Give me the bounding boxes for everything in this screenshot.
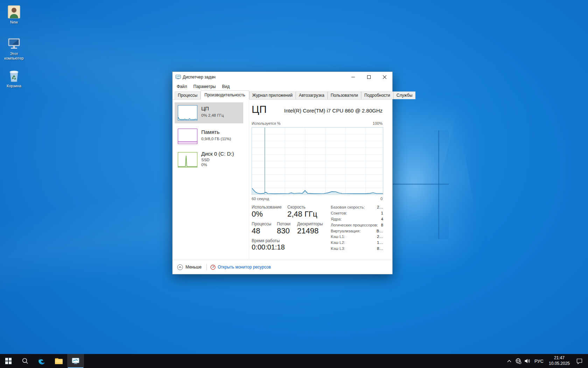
chevron-up-icon bbox=[507, 359, 512, 363]
footer-bar: Меньше Открыть монитор ресурсов bbox=[173, 260, 392, 274]
title-bar[interactable]: Диспетчер задач bbox=[173, 72, 392, 82]
search-button[interactable] bbox=[17, 354, 34, 368]
tab-startup[interactable]: Автозагрузка bbox=[296, 91, 328, 99]
cpu-detail-panel: ЦП Intel(R) Core(TM) i7 CPU 860 @ 2.80GH… bbox=[249, 100, 392, 260]
spec-row: Кэш L1:2… bbox=[331, 234, 383, 240]
usage-label: Использование bbox=[252, 205, 282, 210]
sidebar-item-memory[interactable]: Память 0,9/8,0 ГБ (11%) bbox=[175, 126, 243, 147]
user-picture-icon bbox=[7, 5, 21, 19]
sidebar-disk-subtitle2: 0% bbox=[201, 163, 207, 167]
system-tray: РУС 21:47 10.05.2025 bbox=[505, 354, 588, 368]
tray-volume-button[interactable] bbox=[523, 354, 532, 368]
handles-value: 21498 bbox=[297, 226, 318, 236]
cpu-usage-graph bbox=[252, 127, 383, 195]
menu-file[interactable]: Файл bbox=[174, 83, 190, 90]
computer-icon bbox=[7, 36, 21, 50]
processes-value: 48 bbox=[252, 226, 260, 236]
action-center-button[interactable] bbox=[573, 354, 586, 368]
resource-monitor-link: Открыть монитор ресурсов bbox=[218, 265, 271, 270]
sidebar-disk-subtitle: SSD bbox=[201, 158, 210, 162]
uptime-label: Время работы bbox=[252, 238, 280, 243]
desktop-icon-label: Этот компьютер bbox=[1, 52, 27, 61]
base-speed-label: Базовая скорость: bbox=[331, 205, 365, 209]
desktop-icon-new[interactable]: New bbox=[1, 5, 27, 25]
fewer-details-button[interactable]: Меньше bbox=[177, 264, 202, 270]
file-explorer-button[interactable] bbox=[50, 354, 67, 368]
tray-date: 10.05.2025 bbox=[547, 361, 572, 367]
cache-l3-label: Кэш L3: bbox=[331, 246, 345, 251]
sidebar-item-disk0[interactable]: Диск 0 (C: D:) SSD 0% bbox=[175, 149, 243, 170]
spec-row: Сокетов:1 bbox=[331, 211, 383, 217]
chevron-up-circle-icon bbox=[177, 264, 183, 270]
task-manager-taskbar-button[interactable] bbox=[67, 354, 84, 368]
uptime-value: 0:00:01:18 bbox=[252, 243, 285, 251]
fewer-details-label: Меньше bbox=[186, 265, 202, 270]
performance-sidebar: ЦП 0% 2,48 ГГц Память 0,9/8,0 ГБ (11%) Д… bbox=[175, 102, 247, 173]
spec-row: Базовая скорость:2… bbox=[331, 205, 383, 211]
minimize-button[interactable] bbox=[345, 72, 361, 82]
processes-label: Процессы bbox=[252, 222, 271, 226]
action-center-icon bbox=[576, 358, 583, 364]
tab-app-history[interactable]: Журнал приложений bbox=[249, 91, 296, 99]
menu-options[interactable]: Параметры bbox=[190, 83, 219, 90]
search-icon bbox=[22, 357, 29, 364]
sockets-label: Сокетов: bbox=[331, 211, 347, 215]
edge-button[interactable] bbox=[34, 354, 50, 368]
edge-icon bbox=[38, 357, 46, 365]
cpu-specs: Базовая скорость:2… Сокетов:1 Ядра:4 Лог… bbox=[331, 205, 383, 252]
cpu-heading: ЦП bbox=[252, 104, 267, 115]
virtualization-value: В… bbox=[377, 229, 383, 233]
maximize-icon bbox=[367, 75, 371, 79]
folder-icon bbox=[55, 358, 63, 364]
start-button[interactable] bbox=[0, 354, 17, 368]
logical-processors-label: Логических процессоров: bbox=[331, 223, 378, 227]
tray-chevron-button[interactable] bbox=[505, 354, 514, 368]
tab-users[interactable]: Пользователи bbox=[328, 91, 361, 99]
desktop-icon-label: Корзина bbox=[1, 84, 27, 88]
menu-view[interactable]: Вид bbox=[219, 83, 233, 90]
tab-performance[interactable]: Производительность bbox=[201, 90, 249, 100]
window-title: Диспетчер задач bbox=[183, 75, 216, 80]
minimize-icon bbox=[351, 75, 355, 79]
spec-row: Ядра:4 bbox=[331, 217, 383, 223]
desktop-icon-recycle-bin[interactable]: Корзина bbox=[1, 69, 27, 88]
sidebar-memory-title: Память bbox=[201, 129, 219, 135]
sidebar-cpu-subtitle: 0% 2,48 ГГц bbox=[201, 113, 224, 117]
tab-processes[interactable]: Процессы bbox=[175, 91, 201, 99]
tray-network-button[interactable] bbox=[514, 354, 523, 368]
memory-thumbnail-graph bbox=[178, 129, 197, 144]
task-manager-icon bbox=[175, 74, 181, 80]
tab-details[interactable]: Подробности bbox=[361, 91, 393, 99]
close-button[interactable] bbox=[377, 72, 392, 82]
desktop-icon-this-pc[interactable]: Этот компьютер bbox=[1, 36, 27, 61]
sidebar-item-cpu[interactable]: ЦП 0% 2,48 ГГц bbox=[175, 102, 243, 123]
spec-row: Логических процессоров:8 bbox=[331, 223, 383, 229]
resource-monitor-icon bbox=[210, 265, 216, 270]
close-icon bbox=[383, 75, 386, 79]
sidebar-memory-subtitle: 0,9/8,0 ГБ (11%) bbox=[201, 137, 231, 141]
tab-services[interactable]: Службы bbox=[393, 91, 415, 99]
sockets-value: 1 bbox=[381, 211, 383, 215]
graph-axis-label-60s: 60 секунд bbox=[252, 197, 269, 201]
graph-axis-label-100: 100% bbox=[373, 121, 383, 125]
spec-row: Виртуализация:В… bbox=[331, 229, 383, 235]
speed-value: 2,48 ГГц bbox=[287, 210, 317, 219]
cache-l1-value: 2… bbox=[377, 234, 383, 239]
tray-language-button[interactable]: РУС bbox=[532, 359, 546, 364]
spec-row: Кэш L2:1… bbox=[331, 240, 383, 246]
sidebar-disk-title: Диск 0 (C: D:) bbox=[201, 151, 234, 157]
virtualization-label: Виртуализация: bbox=[331, 229, 360, 233]
maximize-button[interactable] bbox=[361, 72, 377, 82]
taskbar: РУС 21:47 10.05.2025 bbox=[0, 354, 588, 368]
cache-l3-value: 8… bbox=[377, 246, 383, 251]
open-resource-monitor[interactable]: Открыть монитор ресурсов bbox=[210, 265, 271, 270]
desktop-icon-label: New bbox=[1, 20, 27, 25]
cache-l2-label: Кэш L2: bbox=[331, 240, 345, 245]
threads-value: 830 bbox=[277, 226, 290, 236]
tray-clock-button[interactable]: 21:47 10.05.2025 bbox=[546, 355, 573, 366]
cpu-thumbnail-graph bbox=[178, 105, 197, 121]
cores-label: Ядра: bbox=[331, 217, 342, 221]
threads-label: Потоки bbox=[277, 222, 290, 226]
logical-processors-value: 8 bbox=[381, 223, 383, 227]
usage-value: 0% bbox=[252, 210, 263, 219]
